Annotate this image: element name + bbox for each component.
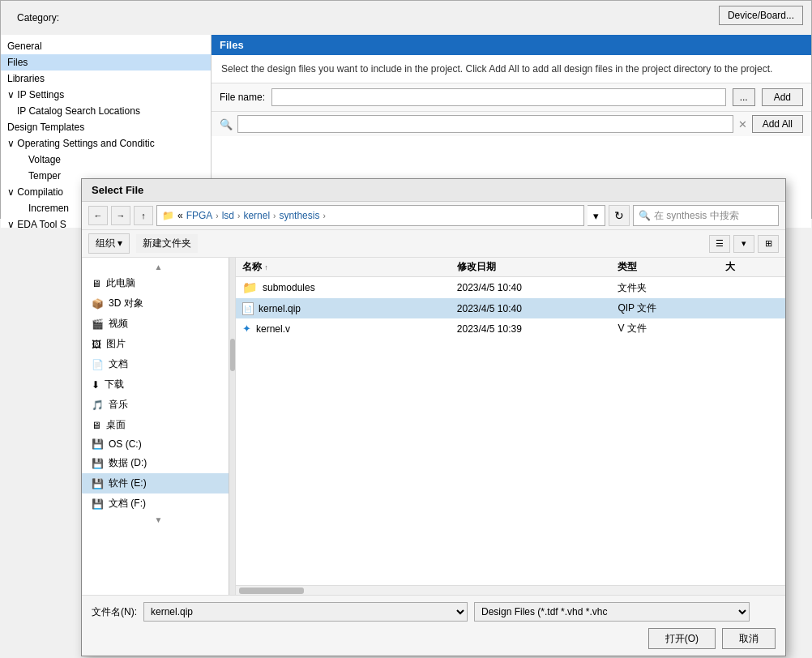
col-header-type[interactable]: 类型	[618, 260, 724, 274]
nav-item-docs[interactable]: 📄 文档	[82, 354, 235, 374]
file-type-kernel-v: V 文件	[618, 322, 724, 335]
list-view-button[interactable]: ☰	[709, 235, 730, 253]
files-header: Files	[212, 35, 811, 55]
nav-item-desktop[interactable]: 🖥 桌面	[82, 415, 235, 435]
hscroll-thumb[interactable]	[239, 588, 304, 594]
filetype-select[interactable]: Design Files (*.tdf *.vhd *.vhc	[474, 602, 750, 622]
file-row-kernel-qip[interactable]: 📄 kernel.qip 2023/4/5 10:40 QIP 文件	[236, 298, 785, 318]
ellipsis-button[interactable]: ...	[733, 88, 755, 106]
nav-item-drive-f[interactable]: 💾 文档 (F:)	[82, 494, 235, 514]
files-toolbar: File name: ... Add	[212, 83, 811, 112]
file-date-kernel-v: 2023/4/5 10:39	[457, 323, 618, 335]
drive-e-icon: 💾	[92, 478, 104, 489]
nav-item-3d[interactable]: 📦 3D 对象	[82, 293, 235, 314]
file-icon-qip-span: 📄	[242, 302, 254, 315]
file-dialog: Select File ← → ↑ 📁 « FPGA › lsd › kerne…	[81, 178, 786, 656]
nav-item-drive-e[interactable]: 💾 软件 (E:)	[82, 473, 235, 494]
search-bar[interactable]: 🔍 在 synthesis 中搜索	[633, 205, 779, 226]
tree-item-operating-settings[interactable]: ∨ Operating Settings and Conditic	[1, 135, 211, 152]
breadcrumb-part1[interactable]: FPGA	[186, 210, 213, 221]
clear-search-icon[interactable]: ✕	[738, 118, 747, 130]
nav-label-pictures: 图片	[106, 337, 126, 351]
search-bar-icon: 🔍	[639, 210, 651, 221]
nav-label-music: 音乐	[109, 398, 128, 412]
category-label: Category:	[9, 6, 67, 30]
file-name-submodules: 📁 submodules	[242, 280, 457, 295]
file-browser: ▲ 🖥 此电脑 📦 3D 对象 🎬 视频 🖼 图片 📄 文档	[82, 258, 785, 595]
filename-select[interactable]: kernel.qip	[143, 602, 468, 622]
nav-item-downloads[interactable]: ⬇ 下载	[82, 374, 235, 395]
cancel-button[interactable]: 取消	[722, 628, 776, 649]
tree-item-files[interactable]: Files	[1, 54, 211, 70]
file-list-scroll: 📁 submodules 2023/4/5 10:40 文件夹 📄 kernel…	[236, 277, 785, 585]
file-row-kernel-v[interactable]: ✦ kernel.v 2023/4/5 10:39 V 文件	[236, 318, 785, 339]
file-dialog-title: Select File	[82, 179, 785, 202]
file-list-header: 名称 ↑ 修改日期 类型 大	[236, 258, 785, 277]
3d-icon: 📦	[92, 298, 104, 310]
file-date-submodules: 2023/4/5 10:40	[457, 282, 618, 293]
file-name-input[interactable]	[271, 88, 726, 106]
tree-item-design-templates[interactable]: Design Templates	[1, 119, 211, 135]
nav-item-video[interactable]: 🎬 视频	[82, 314, 235, 334]
open-button[interactable]: 打开(O)	[648, 628, 716, 649]
breadcrumb-sep2: ›	[237, 212, 240, 220]
col-header-size[interactable]: 大	[725, 260, 779, 274]
search-icon: 🔍	[220, 118, 233, 130]
tree-item-voltage[interactable]: Voltage	[1, 152, 211, 168]
tree-item-ip-settings[interactable]: ∨ IP Settings	[1, 87, 211, 103]
nav-item-music[interactable]: 🎵 音乐	[82, 395, 235, 415]
drive-d-icon: 💾	[92, 458, 104, 469]
left-nav: ▲ 🖥 此电脑 📦 3D 对象 🎬 视频 🖼 图片 📄 文档	[82, 258, 236, 595]
file-dialog-toolbar: ← → ↑ 📁 « FPGA › lsd › kernel › synthesi…	[82, 202, 785, 230]
filename-label: 文件名(N):	[92, 605, 137, 619]
nav-scrollbar-thumb[interactable]	[230, 339, 235, 371]
device-board-button[interactable]: Device/Board...	[719, 6, 803, 25]
up-button[interactable]: ↑	[134, 206, 153, 225]
view-buttons: ☰ ▾ ⊞	[709, 235, 779, 253]
refresh-button[interactable]: ↻	[609, 205, 630, 226]
breadcrumb-part4[interactable]: synthesis	[279, 210, 319, 221]
new-folder-button[interactable]: 新建文件夹	[136, 234, 198, 253]
back-button[interactable]: ←	[88, 206, 108, 225]
breadcrumb-dropdown-button[interactable]: ▾	[588, 205, 605, 226]
music-icon: 🎵	[92, 400, 104, 411]
nav-item-drive-c[interactable]: 💾 OS (C:)	[82, 435, 235, 453]
tree-item-general[interactable]: General	[1, 38, 211, 54]
nav-scroll-down[interactable]: ▼	[82, 514, 235, 526]
nav-scrollbar[interactable]	[229, 258, 235, 595]
horizontal-scrollbar[interactable]	[236, 585, 785, 595]
breadcrumb-separator0: «	[177, 210, 183, 221]
nav-label-drive-e: 软件 (E:)	[109, 476, 147, 490]
breadcrumb-part3[interactable]: kernel	[243, 210, 270, 221]
col-header-date[interactable]: 修改日期	[457, 260, 618, 274]
col-header-name[interactable]: 名称 ↑	[242, 260, 457, 274]
breadcrumb-part2[interactable]: lsd	[222, 210, 234, 221]
organize-button[interactable]: 组织 ▾	[88, 233, 130, 254]
tree-item-libraries[interactable]: Libraries	[1, 70, 211, 87]
file-list-area: 名称 ↑ 修改日期 类型 大 📁 sub	[236, 258, 785, 595]
view-dropdown-button[interactable]: ▾	[733, 235, 754, 253]
file-type-kernel-qip: QIP 文件	[618, 301, 724, 315]
file-dialog-bottom: 文件名(N): kernel.qip Design Files (*.tdf *…	[82, 595, 785, 656]
file-row-submodules[interactable]: 📁 submodules 2023/4/5 10:40 文件夹	[236, 277, 785, 298]
files-description: Select the design files you want to incl…	[212, 55, 811, 83]
tree-item-ip-catalog[interactable]: IP Catalog Search Locations	[1, 103, 211, 119]
files-search-row: 🔍 ✕ Add All	[212, 112, 811, 136]
nav-label-downloads: 下载	[105, 378, 124, 391]
files-search-input[interactable]	[237, 115, 733, 133]
video-icon: 🎬	[92, 318, 104, 330]
nav-item-computer[interactable]: 🖥 此电脑	[82, 273, 235, 293]
breadcrumb-sep4: ›	[323, 212, 325, 220]
nav-scroll-up[interactable]: ▲	[82, 261, 235, 273]
sort-arrow: ↑	[264, 263, 268, 271]
nav-label-3d: 3D 对象	[109, 297, 143, 310]
download-icon: ⬇	[92, 379, 100, 391]
add-all-button[interactable]: Add All	[752, 115, 803, 133]
nav-item-pictures[interactable]: 🖼 图片	[82, 334, 235, 354]
nav-item-drive-d[interactable]: 💾 数据 (D:)	[82, 453, 235, 473]
details-view-button[interactable]: ⊞	[758, 235, 779, 253]
nav-label-drive-d: 数据 (D:)	[109, 456, 147, 470]
add-button[interactable]: Add	[762, 88, 803, 106]
forward-button[interactable]: →	[111, 206, 130, 225]
breadcrumb-bar[interactable]: 📁 « FPGA › lsd › kernel › synthesis ›	[156, 205, 584, 226]
